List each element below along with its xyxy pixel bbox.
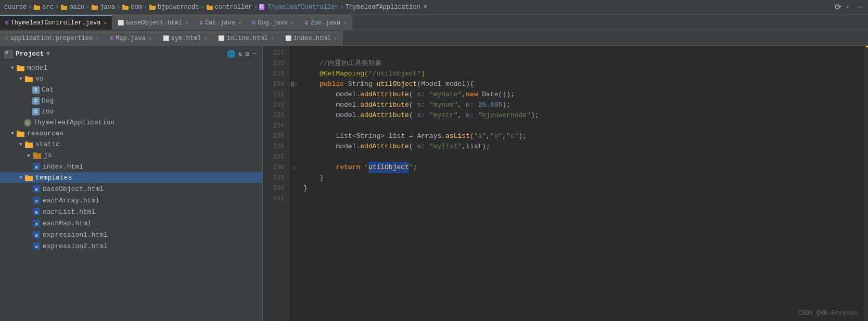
tab-thymeleafcontroller[interactable]: C ThymeleafController.java ✕ xyxy=(0,15,112,30)
sidebar-item-vo[interactable]: ▼ vo xyxy=(0,73,262,84)
tab-close-1[interactable]: ✕ xyxy=(186,20,189,26)
svg-text:H: H xyxy=(35,234,37,238)
sidebar-item-eacharray[interactable]: H eachArray.html xyxy=(0,195,262,206)
svg-rect-8 xyxy=(149,6,156,10)
tab-close-r2-0[interactable]: ✕ xyxy=(96,35,99,42)
breadcrumb-java[interactable]: java xyxy=(91,4,115,11)
arrow-resources: ▼ xyxy=(9,131,16,137)
tab-bar-row2: ⚙ application.properties ✕ C Map.java ✕ … xyxy=(0,30,868,46)
nav-forward-icon[interactable]: → xyxy=(857,3,862,12)
tab-close-r2-3[interactable]: ✕ xyxy=(271,35,274,42)
folder-open-icon4 xyxy=(25,141,33,148)
tab-index[interactable]: ⬜ index.html ✕ xyxy=(280,31,343,45)
tab-application-properties[interactable]: ⚙ application.properties ✕ xyxy=(0,31,105,45)
java-c-icon4: C xyxy=(305,20,309,26)
sep8: › xyxy=(340,4,344,11)
code-line-230: public String utilObject(Model model){ xyxy=(303,79,864,89)
ln-240: 240 xyxy=(263,183,288,194)
tab-close-3[interactable]: ✕ xyxy=(291,20,294,26)
sidebar-item-thymeleafapp[interactable]: S ThymeleafApplication xyxy=(0,117,262,128)
breadcrumb-main[interactable]: main xyxy=(60,4,84,11)
folder-icon xyxy=(206,4,213,11)
java-c-icon: C xyxy=(5,20,9,26)
sidebar-item-zoo[interactable]: C Zoo xyxy=(0,106,262,117)
tab-zoo[interactable]: C Zoo.java ✕ xyxy=(300,15,352,30)
code-line-233: model.addAttribute( s: "mystr", o: "bjpo… xyxy=(303,110,864,121)
sep3: › xyxy=(86,4,90,11)
ln-237: 237 xyxy=(263,152,288,162)
code-line-227 xyxy=(303,48,864,58)
sidebar-item-model[interactable]: ▼ model xyxy=(0,62,262,73)
tab-baseobject[interactable]: ⬜ baseObject.html ✕ xyxy=(112,15,194,30)
sidebar-item-dog[interactable]: C Dog xyxy=(0,95,262,106)
folder-open-icon5 xyxy=(25,174,33,182)
breadcrumb-thymeleafcontroller[interactable]: C ThymeleafController xyxy=(259,4,339,11)
folder-open-icon xyxy=(17,65,25,72)
tab-close-2[interactable]: ✕ xyxy=(238,20,241,26)
sidebar-item-expression2[interactable]: H expression2.html xyxy=(0,240,262,252)
sidebar-item-js[interactable]: ▶ js xyxy=(0,150,262,161)
sidebar-item-eachlist[interactable]: H eachList.html xyxy=(0,206,262,217)
svg-rect-34 xyxy=(25,176,33,181)
svg-rect-1 xyxy=(34,5,36,6)
ln-238: 238 xyxy=(263,162,288,173)
nav-back-icon[interactable]: ← xyxy=(847,3,852,12)
svg-rect-11 xyxy=(207,5,209,6)
tab-close-r2-1[interactable]: ✕ xyxy=(149,35,152,42)
sidebar-item-static[interactable]: ▼ static xyxy=(0,139,262,150)
tab-sym[interactable]: ⬜ sym.html ✕ xyxy=(158,31,213,45)
sidebar-item-baseobject[interactable]: H baseObject.html xyxy=(0,183,262,195)
svg-text:H: H xyxy=(35,199,37,203)
sidebar-item-resources[interactable]: ▼ resources xyxy=(0,128,262,139)
tab-dog[interactable]: C Dog.java ✕ xyxy=(247,15,300,30)
svg-text:S: S xyxy=(27,121,29,125)
ln-235: 235 xyxy=(263,131,288,142)
code-line-237 xyxy=(303,152,864,162)
svg-rect-2 xyxy=(61,6,67,10)
svg-rect-24 xyxy=(17,132,24,137)
code-editor[interactable]: 227 228 229 230 231 232 233 234 235 236 … xyxy=(263,46,868,321)
tab-cat[interactable]: C Cat.java ✕ xyxy=(195,15,247,30)
arrow-vo: ▼ xyxy=(18,76,24,82)
g239 xyxy=(289,173,299,183)
bookmark-238: ◇ xyxy=(292,164,296,171)
project-header[interactable]: Project ▼ 🌐 ⇅ ⚙ — xyxy=(0,46,262,62)
breadcrumb-course[interactable]: course xyxy=(4,4,27,11)
minimize-icon[interactable]: — xyxy=(252,50,257,58)
folder-open-icon3 xyxy=(17,130,25,137)
svg-rect-3 xyxy=(61,5,63,6)
tab-map[interactable]: C Map.java ✕ xyxy=(105,31,158,45)
tab-inline[interactable]: ⬜ inline.html ✕ xyxy=(213,31,279,45)
breadcrumb-controller[interactable]: controller xyxy=(206,4,252,11)
settings-icon[interactable]: ⚙ xyxy=(245,50,249,58)
globe-icon[interactable]: 🌐 xyxy=(227,50,235,58)
tab-close-r2-4[interactable]: ✕ xyxy=(334,35,337,42)
g229 xyxy=(289,69,299,79)
folder-icon xyxy=(33,4,41,11)
refresh-icon[interactable]: ⟳ xyxy=(835,2,841,12)
code-line-232: model.addAttribute( s: "mynum", o: 26.69… xyxy=(303,100,864,110)
breadcrumb-com[interactable]: com xyxy=(122,4,142,11)
breadcrumb-bjpowernode[interactable]: bjpowernode xyxy=(149,4,199,11)
sidebar-item-eachmap[interactable]: H eachMap.html xyxy=(0,217,262,229)
tab-close-0[interactable]: ✕ xyxy=(104,20,107,26)
sidebar-item-static-index[interactable]: H index.html xyxy=(0,161,262,172)
sidebar-item-templates[interactable]: ▼ templates xyxy=(0,172,262,183)
sidebar-item-expression1[interactable]: H expression1.html xyxy=(0,229,262,240)
folder-icon xyxy=(149,4,156,11)
folder-icon xyxy=(122,4,129,11)
arrow-static: ▼ xyxy=(18,142,24,148)
html-file-icon-eacharr: H xyxy=(32,196,41,204)
tab-close-r2-2[interactable]: ✕ xyxy=(204,35,207,42)
breadcrumb-thymeleafapplication[interactable]: ThymeleafApplication ▼ xyxy=(346,4,427,11)
sep6: › xyxy=(200,4,204,11)
watermark: CSDN @KK-Greyson xyxy=(798,310,858,317)
g230: @ ◇ xyxy=(289,79,299,89)
tab-close-4[interactable]: ✕ xyxy=(343,20,347,26)
breadcrumb-src[interactable]: src xyxy=(33,4,54,11)
sync-icon[interactable]: ⇅ xyxy=(238,50,242,58)
code-lines[interactable]: //内置的工具类对象 @GetMapping("/utilobject") pu… xyxy=(299,46,868,321)
code-line-229: @GetMapping("/utilobject") xyxy=(303,69,864,79)
ln-227: 227 xyxy=(263,48,288,58)
sidebar-item-cat[interactable]: C Cat xyxy=(0,84,262,95)
